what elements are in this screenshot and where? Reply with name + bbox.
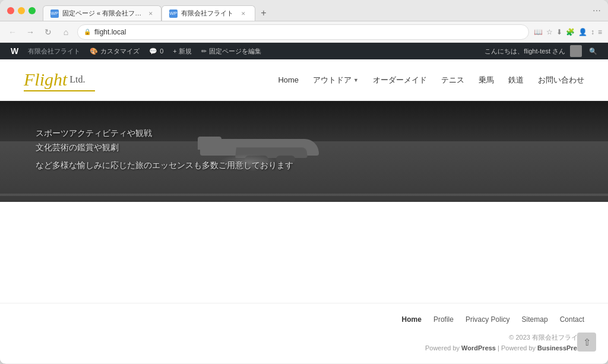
outdoor-dropdown-arrow: ▼: [353, 77, 359, 83]
hero-line-3: など多様な愉しみに応じた旅のエッセンスも多数ご用意しております: [36, 160, 293, 171]
traffic-lights: [7, 7, 36, 14]
wp-new-label: + 新規: [173, 47, 191, 56]
site-header: Flight Ltd. Home アウトドア ▼ オーダーメイド テニス 乗馬 …: [0, 59, 608, 101]
window-controls[interactable]: ⋯: [593, 6, 601, 15]
wp-avatar[interactable]: [570, 45, 582, 57]
urlbar: ← → ↻ ⌂ 🔒 flight.local 📖 ☆ ⬇ 🧩 👤 ↕ ≡: [0, 21, 608, 43]
wp-edit-label: 固定ページを編集: [209, 47, 261, 56]
reload-button[interactable]: ↻: [42, 26, 55, 39]
tab-close-2[interactable]: ✕: [239, 10, 248, 18]
lock-icon: 🔒: [84, 29, 91, 35]
wp-search-icon: 🔍: [589, 48, 597, 55]
tab-2[interactable]: WP 有限会社フライト ✕: [162, 5, 255, 21]
maximize-button[interactable]: [28, 7, 36, 14]
wp-site-name[interactable]: 有限会社フライト: [23, 43, 85, 59]
wp-comments-count: 0: [160, 48, 163, 55]
footer-powered: Powered by WordPress | Powered by Busine…: [24, 344, 584, 352]
footer-link-sitemap[interactable]: Sitemap: [522, 315, 548, 324]
menu-icon[interactable]: ≡: [598, 28, 602, 36]
tab-label-1: 固定ページ « 有限会社フライト –...: [62, 9, 141, 18]
nav-order-made[interactable]: オーダーメイド: [373, 75, 427, 86]
wp-admin-right: こんにちは、flight-test さん 🔍: [480, 43, 602, 59]
wp-edit-page[interactable]: ✏ 固定ページを編集: [197, 43, 266, 59]
main-nav: Home アウトドア ▼ オーダーメイド テニス 乗馬 鉄道 お問い合わせ: [142, 75, 584, 86]
download-icon[interactable]: ⬇: [556, 28, 562, 36]
tab-favicon-2: WP: [169, 10, 178, 18]
minimize-button[interactable]: [18, 7, 25, 14]
wp-customize-label: カスタマイズ: [100, 47, 140, 56]
tab-favicon-1: WP: [50, 10, 59, 18]
site-content: Flight Ltd. Home アウトドア ▼ オーダーメイド テニス 乗馬 …: [0, 59, 608, 363]
tabs-area: WP 固定ページ « 有限会社フライト –... ✕ WP 有限会社フライト ✕…: [43, 0, 565, 21]
extension-icon[interactable]: 🧩: [566, 28, 575, 36]
wp-adminbar: W 有限会社フライト 🎨 カスタマイズ 💬 0 + 新規 ✏ 固定ページを編集 …: [0, 43, 608, 59]
home-button[interactable]: ⌂: [59, 26, 72, 39]
wp-comments-icon: 💬: [149, 48, 157, 55]
nav-railroad[interactable]: 鉄道: [508, 75, 524, 86]
footer-link-privacy[interactable]: Privacy Policy: [466, 315, 510, 324]
hero-line-2: 文化芸術の鑑賞や観劇: [36, 143, 293, 153]
browser-content: W 有限会社フライト 🎨 カスタマイズ 💬 0 + 新規 ✏ 固定ページを編集 …: [0, 43, 608, 364]
url-text: flight.local: [94, 28, 522, 36]
footer-nav: Home Profile Privacy Policy Sitemap Cont…: [24, 315, 584, 324]
powered-wordpress: WordPress: [461, 344, 496, 352]
footer-link-home[interactable]: Home: [402, 315, 422, 324]
logo-text-flight: Flight: [24, 69, 67, 88]
footer-link-profile[interactable]: Profile: [433, 315, 454, 324]
footer-copyright: © 2023 有限会社フライト: [24, 333, 584, 342]
footer-link-contact[interactable]: Contact: [560, 315, 584, 324]
toolbar-right: 📖 ☆ ⬇ 🧩 👤 ↕ ≡: [534, 28, 602, 36]
wp-site-label: 有限会社フライト: [28, 47, 80, 56]
close-button[interactable]: [7, 7, 14, 14]
new-tab-button[interactable]: +: [255, 5, 272, 21]
forward-button[interactable]: →: [24, 26, 37, 39]
wp-new[interactable]: + 新規: [168, 43, 196, 59]
powered-prefix: Powered by: [425, 344, 461, 352]
wp-search-button[interactable]: 🔍: [584, 43, 602, 59]
reader-icon[interactable]: 📖: [534, 28, 543, 36]
bookmark-icon[interactable]: ☆: [546, 28, 553, 36]
nav-home[interactable]: Home: [278, 75, 299, 84]
hero-line-1: スポーツアクティビティや観戦: [36, 128, 293, 139]
powered-sep: | Powered by: [496, 344, 537, 352]
logo-text-ltd: Ltd.: [67, 74, 85, 84]
titlebar: WP 固定ページ « 有限会社フライト –... ✕ WP 有限会社フライト ✕…: [0, 0, 608, 21]
wp-customize[interactable]: 🎨 カスタマイズ: [85, 43, 144, 59]
logo-area: Flight Ltd.: [24, 68, 142, 92]
wp-logo-icon: W: [11, 46, 18, 56]
nav-tennis[interactable]: テニス: [441, 75, 464, 86]
site-logo[interactable]: Flight Ltd.: [24, 68, 142, 92]
url-bar[interactable]: 🔒 flight.local: [77, 24, 529, 40]
tab-label-2: 有限会社フライト: [181, 9, 233, 18]
back-button[interactable]: ←: [6, 26, 19, 39]
site-footer: Home Profile Privacy Policy Sitemap Cont…: [0, 303, 608, 363]
runway-line: [0, 194, 608, 196]
profile-icon[interactable]: 👤: [578, 28, 587, 36]
tab-close-1[interactable]: ✕: [147, 10, 154, 18]
content-area: [0, 202, 608, 303]
wp-comments[interactable]: 💬 0: [144, 43, 168, 59]
wp-edit-icon: ✏: [201, 48, 207, 55]
nav-horseback[interactable]: 乗馬: [479, 75, 494, 86]
hero-text-overlay: スポーツアクティビティや観戦 文化芸術の鑑賞や観劇 など多様な愉しみに応じた旅の…: [0, 116, 329, 186]
hero-section: スポーツアクティビティや観戦 文化芸術の鑑賞や観劇 など多様な愉しみに応じた旅の…: [0, 101, 608, 202]
wp-logo-item[interactable]: W: [6, 43, 23, 59]
nav-outdoor[interactable]: アウトドア ▼: [313, 75, 359, 86]
sync-icon[interactable]: ↕: [591, 28, 594, 36]
logo-underline: [24, 90, 95, 91]
scroll-to-top-button[interactable]: ⇧: [577, 333, 596, 352]
nav-contact[interactable]: お問い合わせ: [538, 75, 584, 86]
wp-greeting: こんにちは、flight-test さん: [480, 47, 570, 56]
wp-customize-icon: 🎨: [90, 48, 98, 55]
browser-window: WP 固定ページ « 有限会社フライト –... ✕ WP 有限会社フライト ✕…: [0, 0, 608, 364]
tab-1[interactable]: WP 固定ページ « 有限会社フライト –... ✕: [43, 5, 162, 21]
